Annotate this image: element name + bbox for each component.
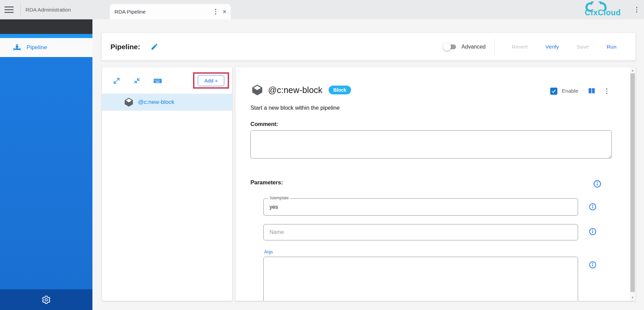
run-button[interactable]: Run — [605, 43, 619, 50]
istemplate-field: Istemplate — [263, 198, 578, 216]
page-title: Pipeline: — [110, 43, 140, 51]
cube-icon — [124, 97, 133, 107]
enable-label: Enable — [562, 88, 578, 94]
sidebar-background — [0, 57, 92, 289]
toggle-knob — [443, 43, 451, 51]
verify-button[interactable]: Verify — [543, 43, 561, 50]
comment-label: Comment: — [250, 121, 278, 127]
pipeline-tree-panel: Add + @c:new-block — [102, 67, 232, 301]
sidebar-accent-strip — [0, 34, 92, 38]
annotation-highlight-box: Add + — [193, 72, 229, 89]
sidebar: Pipeline — [0, 19, 92, 310]
name-info-icon[interactable] — [589, 227, 597, 236]
tab-label: RDA Pipeline — [115, 9, 214, 15]
advanced-toggle[interactable] — [444, 44, 456, 49]
main-content-area: Pipeline: Advanced Revert Verify Save Ru… — [92, 19, 644, 310]
revert-button[interactable]: Revert — [510, 43, 530, 50]
istemplate-input[interactable] — [264, 199, 578, 215]
args-textarea[interactable] — [263, 257, 578, 301]
parameters-label: Parameters: — [250, 179, 283, 186]
sidebar-header-block — [0, 19, 92, 34]
cube-icon — [252, 84, 263, 96]
scroll-up-arrow[interactable]: ▲ — [630, 69, 636, 72]
name-input[interactable] — [264, 224, 578, 240]
args-field-label: Args — [264, 250, 273, 254]
detail-scrollbar[interactable]: ▲ ▼ — [630, 67, 636, 301]
sidebar-footer — [0, 289, 92, 310]
browser-tab-bar: RDA Administration RDA Pipeline ✕ CfxClo… — [0, 0, 644, 19]
tab-rda-administration[interactable]: RDA Administration — [21, 7, 110, 13]
tab-label: RDA Administration — [25, 7, 71, 13]
block-detail-panel: @c:new-block Block Enable Start a new bl… — [236, 67, 636, 301]
block-description: Start a new block within the pipeline — [250, 105, 340, 111]
pipeline-icon — [13, 43, 21, 52]
tab-close-icon[interactable]: ✕ — [222, 9, 227, 15]
parameters-info-icon[interactable] — [593, 180, 602, 188]
add-block-button[interactable]: Add + — [198, 75, 224, 86]
istemplate-info-icon[interactable] — [589, 203, 597, 211]
header-divider — [494, 39, 495, 55]
expand-all-icon[interactable] — [113, 77, 120, 85]
tab-rda-pipeline[interactable]: RDA Pipeline ✕ — [110, 4, 231, 19]
hamburger-menu-icon[interactable] — [4, 6, 14, 13]
tree-node-label: @c:new-block — [138, 99, 174, 106]
docs-book-icon[interactable] — [587, 87, 596, 95]
sidebar-item-label: Pipeline — [27, 44, 47, 51]
edit-pencil-icon[interactable] — [151, 43, 158, 51]
collapse-all-icon[interactable] — [133, 77, 141, 85]
gear-icon[interactable] — [41, 295, 51, 305]
block-title: @c:new-block — [268, 85, 323, 95]
save-button[interactable]: Save — [575, 43, 591, 50]
args-info-icon[interactable] — [589, 261, 597, 269]
block-type-badge: Block — [329, 86, 351, 94]
tree-node-new-block[interactable]: @c:new-block — [102, 94, 232, 111]
advanced-label: Advanced — [462, 44, 486, 50]
enable-checkbox[interactable] — [550, 88, 557, 95]
name-field — [263, 224, 578, 240]
logo-text: CfxCloud — [576, 8, 630, 17]
cfxcloud-logo: CfxCloud — [576, 1, 630, 18]
sidebar-item-pipeline[interactable]: Pipeline — [0, 38, 92, 57]
tab-kebab-icon[interactable] — [214, 7, 218, 16]
scrollbar-thumb[interactable] — [630, 73, 635, 292]
window-kebab-icon[interactable] — [635, 5, 639, 14]
comment-textarea[interactable] — [250, 130, 612, 159]
scroll-down-arrow[interactable]: ▼ — [630, 296, 636, 299]
pipeline-header-card: Pipeline: Advanced Revert Verify Save Ru… — [102, 33, 636, 60]
istemplate-field-label: Istemplate — [268, 196, 290, 200]
keyboard-icon[interactable] — [154, 77, 162, 85]
block-kebab-icon[interactable] — [605, 87, 609, 95]
